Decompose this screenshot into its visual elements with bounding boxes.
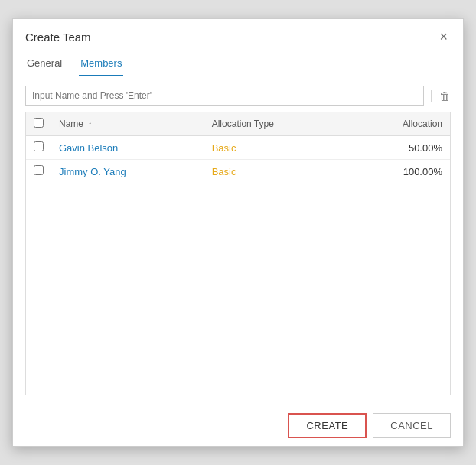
member-name-link[interactable]: Jimmy O. Yang bbox=[59, 166, 126, 177]
vertical-divider: | bbox=[430, 89, 433, 102]
create-team-dialog: Create Team × General Members | 🗑 bbox=[12, 18, 464, 447]
tab-bar: General Members bbox=[13, 51, 463, 76]
dialog-footer: CREATE CANCEL bbox=[13, 405, 463, 446]
select-all-checkbox[interactable] bbox=[34, 118, 44, 128]
row-allocation-type: Basic bbox=[204, 160, 348, 184]
dialog-header: Create Team × bbox=[13, 19, 463, 51]
trash-icon[interactable]: 🗑 bbox=[439, 89, 451, 102]
row-allocation-type: Basic bbox=[204, 136, 348, 160]
table-row: Gavin Belson Basic 50.00% bbox=[26, 136, 450, 160]
row-checkbox[interactable] bbox=[34, 141, 44, 151]
dialog-title: Create Team bbox=[25, 31, 91, 44]
members-table: Name ↑ Allocation Type Allocation bbox=[26, 112, 450, 183]
create-button[interactable]: CREATE bbox=[288, 413, 367, 438]
row-checkbox[interactable] bbox=[34, 165, 44, 175]
search-input[interactable] bbox=[25, 86, 424, 106]
table-header-row: Name ↑ Allocation Type Allocation bbox=[26, 112, 450, 136]
header-allocation[interactable]: Allocation bbox=[347, 112, 450, 136]
close-button[interactable]: × bbox=[436, 28, 451, 45]
table-row: Jimmy O. Yang Basic 100.00% bbox=[26, 160, 450, 184]
tab-content-members: | 🗑 Name ↑ Allocation Type Allo bbox=[13, 76, 463, 405]
row-name: Gavin Belson bbox=[51, 136, 204, 160]
sort-asc-icon: ↑ bbox=[88, 120, 92, 128]
table-body: Gavin Belson Basic 50.00% Jimmy O. Yang bbox=[26, 136, 450, 184]
member-name-link[interactable]: Gavin Belson bbox=[59, 142, 118, 154]
row-checkbox-cell bbox=[26, 136, 51, 160]
row-allocation: 100.00% bbox=[347, 160, 450, 184]
tab-general[interactable]: General bbox=[25, 51, 64, 76]
search-row: | 🗑 bbox=[25, 86, 451, 106]
row-name: Jimmy O. Yang bbox=[51, 160, 204, 184]
row-allocation: 50.00% bbox=[347, 136, 450, 160]
header-checkbox-cell bbox=[26, 112, 51, 136]
header-name[interactable]: Name ↑ bbox=[51, 112, 204, 136]
tab-members[interactable]: Members bbox=[79, 51, 123, 76]
header-allocation-type[interactable]: Allocation Type bbox=[204, 112, 348, 136]
members-table-container: Name ↑ Allocation Type Allocation bbox=[25, 112, 451, 395]
header-name-label: Name bbox=[59, 119, 83, 129]
row-checkbox-cell bbox=[26, 160, 51, 184]
cancel-button[interactable]: CANCEL bbox=[373, 413, 451, 438]
footer-spacer bbox=[25, 413, 282, 438]
